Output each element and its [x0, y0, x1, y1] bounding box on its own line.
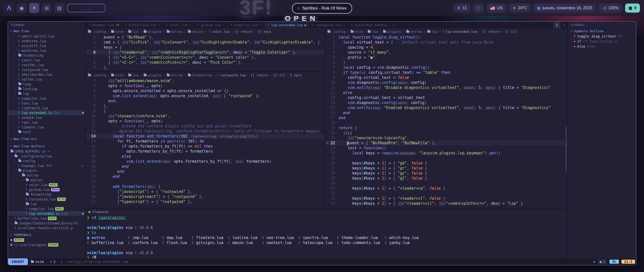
tree-item-lightbulb-lua[interactable]: ☾lightbulb.lua — [8, 106, 85, 110]
tabpage-1[interactable]: 1 — [553, 22, 560, 28]
code-line[interactable]: 17 opts.formatters_by_ft[ft] = formatter… — [86, 149, 325, 154]
volume-pill[interactable]: ◁)100% — [598, 4, 622, 13]
code-line[interactable]: 25 — [325, 156, 568, 161]
code-line[interactable]: 23 init = function() — [325, 146, 568, 151]
close-icon[interactable]: × — [222, 23, 224, 27]
code-line[interactable]: 23 — [86, 179, 325, 184]
tree-item-undotree-lua[interactable]: ☾undotree.lua — [8, 39, 85, 43]
tree-item-lsp-extended-lu[interactable]: ☾lsp-extended.lu[+]● — [8, 110, 85, 115]
breadcrumb-item-2[interactable]: {} [2] — [273, 73, 285, 77]
keyboard-layout-pill[interactable]: US — [487, 4, 506, 13]
code-line[interactable]: 12 --- Extend the conform plugin config … — [86, 124, 325, 129]
code-line[interactable]: 10 [1]"stevearc/conform.nvim", — [86, 114, 325, 119]
tab-bufferline-lua[interactable]: ☾bufferline.lua× — [122, 22, 163, 28]
breadcrumb-item-plugins[interactable]: plugins — [383, 30, 401, 33]
breadcrumb-item-extras[interactable]: extras — [406, 30, 422, 33]
tab-compiler-lua[interactable]: ☾compiler.lua× — [227, 22, 264, 28]
breadcrumb-item-lua[interactable]: lua — [128, 73, 138, 77]
code-line[interactable]: 5 opts.ensure_installed = opts.ensure_in… — [86, 88, 325, 93]
editor-pane-rustywind[interactable]: .config❯nvim❯lua❯plugins❯extras❯formatti… — [86, 72, 325, 208]
tree-item-editor[interactable]: ▾editor — [8, 178, 85, 182]
section-header-neo-tree-buffers[interactable]: ▾Neo-Tree Buffers — [8, 143, 85, 149]
code-line[interactable]: 3 [1]"williamboman/mason.nvim", — [86, 78, 325, 83]
tree-item-test[interactable]: ▸test — [8, 129, 85, 134]
breadcrumb-item-color-lua[interactable]: ☾color.lua — [209, 30, 230, 33]
code-line[interactable]: 6 } — [325, 60, 568, 65]
chevron-right-icon[interactable]: ▸ — [14, 83, 17, 85]
code-area[interactable]: 3 [1]"williamboman/mason.nvim",4 opts = … — [86, 78, 325, 204]
code-line[interactable]: 11 opts = function(_, opts) — [86, 119, 325, 124]
code-line[interactable]: 3 spacing = 4, — [325, 45, 568, 50]
workspace-icon[interactable]: ◉ — [17, 3, 27, 13]
chevron-down-icon[interactable]: ▾ — [11, 222, 13, 224]
tree-item-rustywind-lua[interactable]: ☾rustywind.lua#726 — [8, 197, 85, 201]
code-line[interactable]: 9 { — [86, 109, 325, 114]
tree-item-linting[interactable]: ▸linting — [8, 86, 85, 91]
chevron-down-icon[interactable]: ▾ — [11, 155, 13, 157]
tree-item-juegos-indies-steamlibrary-st[interactable]: ▾Juegos/Indies/SteamLibrary/st — [8, 221, 85, 225]
close-icon[interactable]: × — [158, 23, 160, 27]
section-header-neo-tree-git[interactable]: ▸Neo-Tree Git — [8, 136, 85, 142]
code-line[interactable]: 15 for ft, formatters in pairs(t: tbl) d… — [86, 139, 325, 144]
code-line[interactable]: 11 vim.notify(msg: "Disable diagnostics … — [325, 85, 568, 90]
breadcrumb-item-return[interactable]: {} return — [251, 73, 268, 77]
code-line[interactable]: 4 source = "if_many", — [325, 50, 568, 55]
code-line[interactable]: 13 ---@param tbl table<string, conform.F… — [86, 129, 325, 134]
code-line[interactable]: 20 [1]{ — [325, 130, 568, 135]
code-line[interactable]: 5 prefix = "●", — [325, 55, 568, 60]
breadcrumb-item-nvim[interactable]: nvim — [351, 30, 363, 33]
tree-item-github-lua[interactable]: ☾github.lua#654 — [8, 187, 85, 192]
code-line[interactable]: 17end — [325, 115, 568, 120]
code-line[interactable]: 33 keys[#keys + 1] = { "<leader>cl", fal… — [325, 196, 568, 201]
tree-item-config-nvim-lua[interactable]: ▾.config/nvim/lua — [8, 154, 85, 158]
editor-pane-lsp-extended[interactable]: .config❯nvim❯lua❯plugins❯extras❯lsp❯☾lsp… — [325, 28, 568, 208]
code-line[interactable]: 24 add_formatters(tbl: { — [86, 184, 325, 189]
code-line[interactable]: 30 — [325, 181, 568, 186]
outline-item-else[interactable]: ◈elseelse — [568, 44, 636, 49]
tab-github-lua[interactable]: ☾github.lua× — [194, 22, 228, 28]
tree-item-lsp[interactable]: ▾lsp — [8, 201, 85, 206]
breadcrumb-item-return[interactable]: [] return — [482, 30, 500, 33]
breadcrumb-item-config[interactable]: .config — [88, 73, 106, 77]
code-line[interactable]: 8 { [1]"<C-c>", [2]"<cmd>CccPick<cr>", d… — [86, 60, 325, 65]
code-line[interactable]: 4 cmd = { [1]"CccPick", [2]"CccConvert",… — [86, 40, 325, 45]
breadcrumb-item-lua[interactable]: lua — [368, 30, 378, 33]
layers-icon[interactable]: ⌖ — [29, 3, 39, 13]
breadcrumb-item-nvim[interactable]: nvim — [111, 30, 123, 33]
tree-item-scrollbar-handle-vertical-p[interactable]: ☾scrollbar-handle-vertical.p — [8, 225, 85, 230]
breadcrumb-item-1[interactable]: {} [1] — [505, 30, 517, 33]
tree-item-plugins[interactable]: ▾plugins — [8, 168, 85, 173]
notes-icon[interactable]: ▤ — [54, 3, 64, 13]
tree-item-winshift-lua[interactable]: ☾winshift.lua — [8, 43, 85, 48]
code-line[interactable]: 29 keys[#keys + 1] = { "gI", false } — [325, 176, 568, 181]
code-line[interactable]: 8 if type(v: config.virtual_text) == "ta… — [325, 70, 568, 75]
code-line[interactable]: 34 keys[#keys + 1] = { [1]"<leader>cil",… — [325, 201, 568, 206]
breadcrumb-item-rustywind-lua[interactable]: ☾rustywind.lua — [217, 73, 246, 77]
chevron-down-icon[interactable]: ▾ — [22, 193, 24, 196]
tree-item-lsp-extended-lu[interactable]: ☾lsp-extended.lu[+]● — [8, 211, 85, 216]
breadcrumb-item-config[interactable]: .config — [328, 30, 346, 33]
code-line[interactable]: 6 { [1]"<leader>uC", [2]"<cmd>CccHighlig… — [86, 50, 325, 55]
breadcrumb-item-lua[interactable]: lua — [128, 30, 138, 33]
chevron-down-icon[interactable]: ▾ — [14, 169, 17, 172]
breadcrumb-item-opts[interactable]: ƒ opts — [290, 73, 302, 77]
code-line[interactable]: 12 else — [325, 90, 568, 95]
code-line[interactable]: 26 keys[#keys + 1] = { "gd", false } — [325, 161, 568, 166]
code-area[interactable]: 3 event = { "BufRead" },4 cmd = { [1]"Cc… — [86, 35, 325, 70]
code-line[interactable]: 6 vim.list_extend(dst: opts.ensure_insta… — [86, 93, 325, 98]
breadcrumb-item-plugins[interactable]: plugins — [144, 30, 162, 33]
chevron-down-icon[interactable]: ▾ — [14, 54, 17, 57]
display-pill[interactable]: ▢ — [473, 4, 484, 13]
tree-item-isort-lua[interactable]: ☾isort.lua — [8, 58, 85, 62]
close-icon[interactable]: × — [259, 23, 261, 27]
code-line[interactable]: 4 opts = function(_, opts) — [86, 83, 325, 88]
tree-item-repl-lua[interactable]: ☾repl.lua — [8, 120, 85, 125]
breadcrumb-item-lsp[interactable]: lsp — [427, 30, 437, 33]
tree-item-compiler-lua[interactable]: ☾compiler.lua#682 — [8, 206, 85, 211]
layout-pill[interactable]: _ _ _ — [67, 4, 106, 12]
tree-item-shellharden-lua[interactable]: ☾shellharden.lua — [8, 72, 85, 77]
tree-item-formatting[interactable]: ▾formatting — [8, 192, 85, 197]
code-line[interactable]: 3 event = { "BufRead" }, — [86, 35, 325, 40]
tree-item-color-lua[interactable]: ☾color.lua#493 — [8, 182, 85, 187]
code-line[interactable]: 19 vim.list_extend(dst: opts.formatters_… — [86, 159, 325, 164]
